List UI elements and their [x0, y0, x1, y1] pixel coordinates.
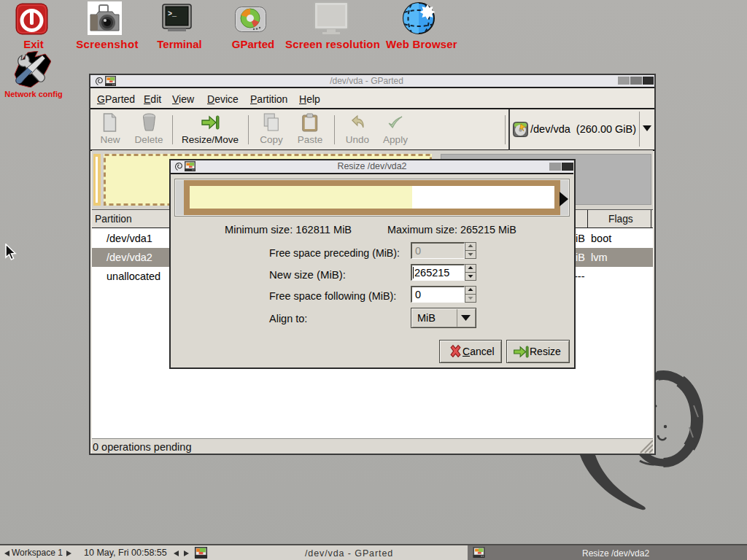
svg-text:>_: >_	[168, 10, 177, 18]
